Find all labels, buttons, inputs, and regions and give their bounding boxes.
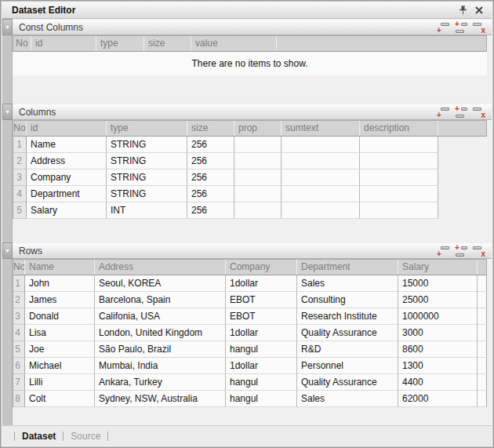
data-cell[interactable]: Name — [27, 137, 107, 153]
row-number-cell[interactable]: 5 — [13, 202, 27, 219]
close-icon[interactable] — [474, 5, 485, 16]
row-number-cell[interactable]: 3 — [13, 308, 25, 325]
data-cell[interactable]: 8600 — [398, 341, 478, 358]
data-cell[interactable]: Quality Assurance — [297, 374, 398, 391]
data-cell[interactable]: 1300 — [398, 358, 478, 374]
data-cell[interactable]: James — [25, 292, 95, 308]
add-row-icon[interactable]: + — [437, 22, 449, 33]
data-cell[interactable]: STRING — [107, 137, 187, 153]
data-cell[interactable]: 1dollar — [226, 358, 297, 374]
data-cell[interactable] — [282, 153, 360, 169]
data-cell[interactable]: Sydney, NSW, Australia — [95, 391, 226, 407]
data-cell[interactable]: Salary — [27, 202, 107, 219]
data-cell[interactable] — [478, 341, 487, 358]
data-cell[interactable]: 256 — [187, 137, 234, 153]
add-row-icon[interactable]: + — [437, 107, 449, 118]
data-cell[interactable]: Company — [27, 169, 107, 186]
tab-source[interactable]: Source — [71, 431, 100, 442]
data-cell[interactable]: Ankara, Turkey — [95, 374, 226, 391]
data-cell[interactable]: Department — [27, 186, 107, 202]
data-cell[interactable]: hangul — [226, 341, 297, 358]
data-cell[interactable] — [478, 358, 487, 374]
data-cell[interactable]: Sales — [297, 391, 398, 407]
collapse-button[interactable]: ▼ — [2, 104, 13, 120]
row-number-cell[interactable]: 7 — [13, 374, 25, 391]
data-cell[interactable] — [360, 137, 438, 153]
data-cell[interactable]: 1dollar — [226, 275, 297, 292]
data-cell[interactable] — [282, 202, 360, 219]
data-cell[interactable] — [282, 137, 360, 153]
data-cell[interactable] — [234, 153, 282, 169]
data-cell[interactable]: 25000 — [398, 292, 478, 308]
data-cell[interactable] — [360, 153, 438, 169]
data-cell[interactable]: Address — [27, 153, 107, 169]
collapse-button[interactable]: ▼ — [2, 242, 13, 259]
data-cell[interactable]: Barcelona, Spain — [95, 292, 226, 308]
row-number-cell[interactable]: 6 — [13, 358, 25, 374]
data-cell[interactable] — [282, 169, 360, 186]
data-cell[interactable]: Colt — [25, 391, 95, 407]
data-cell[interactable]: Califonia, USA — [95, 308, 226, 325]
data-cell[interactable]: EBOT — [226, 308, 297, 325]
data-cell[interactable]: São Paulo, Brazil — [95, 341, 226, 358]
row-number-cell[interactable]: 3 — [13, 169, 27, 186]
data-cell[interactable]: Joe — [25, 341, 95, 358]
data-cell[interactable]: 1000000 — [398, 308, 478, 325]
data-cell[interactable] — [282, 186, 360, 202]
data-cell[interactable] — [478, 374, 487, 391]
data-cell[interactable]: Mumbai, India — [95, 358, 226, 374]
data-cell[interactable]: Sales — [297, 275, 398, 292]
row-number-cell[interactable]: 4 — [13, 325, 25, 341]
data-cell[interactable]: hangul — [226, 391, 297, 407]
tab-dataset[interactable]: Dataset — [22, 431, 56, 442]
data-cell[interactable] — [234, 169, 282, 186]
data-cell[interactable]: INT — [107, 202, 187, 219]
data-cell[interactable]: 3000 — [398, 325, 478, 341]
data-cell[interactable] — [360, 202, 438, 219]
data-cell[interactable]: Consulting — [297, 292, 398, 308]
data-cell[interactable] — [234, 186, 282, 202]
insert-row-icon[interactable]: + — [455, 107, 467, 118]
row-number-cell[interactable]: 2 — [13, 153, 27, 169]
data-cell[interactable]: 256 — [187, 202, 234, 219]
data-cell[interactable]: John — [25, 275, 95, 292]
data-cell[interactable]: R&D — [297, 341, 398, 358]
collapse-button[interactable]: ▼ — [2, 19, 13, 35]
data-cell[interactable]: 256 — [187, 169, 234, 186]
row-number-cell[interactable]: 4 — [13, 186, 27, 202]
delete-row-icon[interactable]: x — [473, 246, 485, 257]
data-cell[interactable] — [360, 169, 438, 186]
data-cell[interactable]: hangul — [226, 374, 297, 391]
data-cell[interactable] — [478, 391, 487, 407]
data-cell[interactable]: STRING — [107, 169, 187, 186]
insert-row-icon[interactable]: + — [455, 246, 467, 257]
data-cell[interactable]: 256 — [187, 186, 234, 202]
data-cell[interactable]: Quality Assurance — [297, 325, 398, 341]
row-number-cell[interactable]: 1 — [13, 275, 25, 292]
data-cell[interactable]: 4400 — [398, 374, 478, 391]
data-cell[interactable]: Donald — [25, 308, 95, 325]
data-cell[interactable] — [360, 186, 438, 202]
data-cell[interactable]: STRING — [107, 153, 187, 169]
insert-row-icon[interactable]: + — [455, 22, 467, 33]
data-cell[interactable]: Lisa — [25, 325, 95, 341]
row-number-cell[interactable]: 5 — [13, 341, 25, 358]
data-cell[interactable]: London, United Kingdom — [95, 325, 226, 341]
add-row-icon[interactable]: + — [437, 246, 449, 257]
data-cell[interactable]: 1dollar — [226, 325, 297, 341]
row-number-cell[interactable]: 2 — [13, 292, 25, 308]
data-cell[interactable]: Michael — [25, 358, 95, 374]
data-cell[interactable] — [478, 325, 487, 341]
data-cell[interactable]: Seoul, KOREA — [95, 275, 226, 292]
data-cell[interactable]: 62000 — [398, 391, 478, 407]
delete-row-icon[interactable]: x — [473, 22, 485, 33]
data-cell[interactable]: 15000 — [398, 275, 478, 292]
pin-icon[interactable] — [457, 5, 468, 16]
data-cell[interactable] — [478, 292, 487, 308]
data-cell[interactable]: Research Institute — [297, 308, 398, 325]
data-cell[interactable]: Personnel — [297, 358, 398, 374]
data-cell[interactable]: STRING — [107, 186, 187, 202]
data-cell[interactable]: EBOT — [226, 292, 297, 308]
data-cell[interactable] — [234, 137, 282, 153]
data-cell[interactable] — [478, 308, 487, 325]
